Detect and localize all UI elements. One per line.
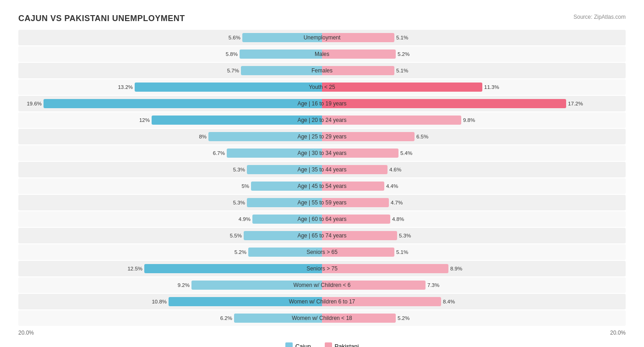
cajun-bar: 9.2%	[191, 281, 322, 290]
bar-row: 5% Age | 45 to 54 years 4.4%	[18, 178, 626, 194]
right-half: 4.8%	[322, 211, 626, 227]
pakistani-value: 4.4%	[386, 183, 398, 189]
bar-row: 5.3% Age | 55 to 59 years 4.7%	[18, 195, 626, 210]
bar-row: 5.2% Seniors > 65 5.1%	[18, 244, 626, 260]
pakistani-bar: 6.5%	[322, 132, 415, 141]
pakistani-value: 4.8%	[392, 216, 404, 222]
left-half: 9.2%	[18, 277, 322, 293]
cajun-label: Cajun	[295, 343, 311, 347]
left-half: 5.7%	[18, 63, 322, 78]
left-half: 13.2%	[18, 79, 322, 95]
bar-row: 8% Age | 25 to 29 years 6.5%	[18, 129, 626, 144]
pakistani-bar: 8.9%	[322, 264, 448, 273]
left-half: 8%	[18, 129, 322, 144]
pakistani-value: 5.4%	[400, 150, 412, 156]
pakistani-value: 5.1%	[396, 68, 408, 73]
cajun-value: 6.7%	[213, 150, 225, 156]
bar-row: 6.2% Women w/ Children < 18 5.2%	[18, 310, 626, 326]
cajun-bar: 5.8%	[240, 50, 322, 59]
cajun-bar: 19.6%	[44, 99, 322, 108]
pakistani-bar: 8.4%	[322, 297, 441, 306]
cajun-value: 5.2%	[235, 249, 246, 255]
cajun-value: 4.9%	[239, 216, 251, 222]
axis-labels: 20.0% 20.0%	[18, 328, 626, 338]
left-half: 6.7%	[18, 145, 322, 161]
cajun-bar: 6.2%	[234, 314, 322, 323]
cajun-value: 5.7%	[227, 68, 239, 73]
bar-row: 10.8% Women w/ Children 6 to 17 8.4%	[18, 294, 626, 309]
pakistani-value: 17.2%	[568, 101, 583, 106]
pakistani-value: 6.5%	[416, 134, 428, 139]
cajun-bar: 6.7%	[227, 149, 322, 158]
pakistani-bar: 17.2%	[322, 99, 566, 108]
axis-left: 20.0%	[18, 330, 34, 336]
left-half: 5.3%	[18, 195, 322, 210]
pakistani-value: 7.3%	[427, 282, 439, 288]
pakistani-bar: 5.1%	[322, 248, 394, 257]
cajun-value: 5%	[241, 183, 249, 189]
pakistani-bar: 7.3%	[322, 281, 426, 290]
legend: Cajun Pakistani	[18, 342, 626, 347]
cajun-value: 8%	[199, 134, 207, 139]
cajun-value: 12%	[139, 117, 150, 123]
pakistani-bar: 5.4%	[322, 149, 398, 158]
cajun-bar: 4.9%	[252, 215, 322, 224]
pakistani-bar: 5.1%	[322, 33, 394, 42]
pakistani-bar: 5.2%	[322, 50, 396, 59]
cajun-bar: 8%	[208, 132, 322, 141]
cajun-bar: 5.7%	[241, 66, 322, 75]
bar-row: 5.6% Unemployment 5.1%	[18, 30, 626, 45]
right-half: 4.7%	[322, 195, 626, 210]
cajun-value: 5.3%	[233, 167, 245, 172]
bar-row: 5.8% Males 5.2%	[18, 46, 626, 62]
chart-source: Source: ZipAtlas.com	[573, 14, 626, 20]
pakistani-value: 8.9%	[450, 266, 462, 271]
cajun-value: 5.6%	[229, 35, 240, 40]
cajun-bar: 5.2%	[248, 248, 322, 257]
pakistani-value: 9.8%	[463, 117, 475, 123]
pakistani-value: 5.2%	[398, 51, 409, 57]
left-half: 4.9%	[18, 211, 322, 227]
cajun-value: 5.3%	[233, 200, 245, 205]
right-half: 7.3%	[322, 277, 626, 293]
chart-area: 5.6% Unemployment 5.1% 5.8% Males 5.2% 5…	[18, 30, 626, 326]
pakistani-value: 4.6%	[389, 167, 401, 172]
left-half: 5.5%	[18, 228, 322, 243]
chart-header: CAJUN VS PAKISTANI UNEMPLOYMENT Source: …	[18, 14, 626, 23]
bar-row: 12.5% Seniors > 75 8.9%	[18, 261, 626, 276]
right-half: 6.5%	[322, 129, 626, 144]
pakistani-bar: 4.6%	[322, 165, 387, 174]
cajun-bar: 5%	[251, 182, 322, 191]
right-half: 5.3%	[322, 228, 626, 243]
cajun-bar: 5.5%	[244, 231, 322, 240]
pakistani-bar: 4.8%	[322, 215, 390, 224]
right-half: 4.6%	[322, 162, 626, 177]
pakistani-bar: 5.3%	[322, 231, 397, 240]
right-half: 11.3%	[322, 79, 626, 95]
pakistani-value: 8.4%	[443, 299, 455, 304]
cajun-value: 5.8%	[226, 51, 238, 57]
cajun-value: 10.8%	[152, 299, 167, 304]
pakistani-bar: 4.4%	[322, 182, 384, 191]
bar-row: 13.2% Youth < 25 11.3%	[18, 79, 626, 95]
cajun-value: 12.5%	[127, 266, 142, 271]
cajun-bar: 12.5%	[144, 264, 322, 273]
pakistani-bar: 9.8%	[322, 116, 461, 125]
bar-row: 4.9% Age | 60 to 64 years 4.8%	[18, 211, 626, 227]
right-half: 4.4%	[322, 178, 626, 194]
right-half: 8.4%	[322, 294, 626, 309]
cajun-bar: 5.6%	[242, 33, 322, 42]
cajun-value: 13.2%	[118, 84, 133, 90]
bar-row: 5.5% Age | 65 to 74 years 5.3%	[18, 228, 626, 243]
right-half: 5.2%	[322, 310, 626, 326]
cajun-bar: 12%	[152, 116, 322, 125]
pakistani-bar: 5.1%	[322, 66, 394, 75]
left-half: 5.6%	[18, 30, 322, 45]
pakistani-value: 5.1%	[396, 35, 408, 40]
right-half: 8.9%	[322, 261, 626, 276]
right-half: 5.4%	[322, 145, 626, 161]
pakistani-value: 11.3%	[484, 84, 499, 90]
pakistani-bar: 5.2%	[322, 314, 396, 323]
right-half: 5.1%	[322, 244, 626, 260]
legend-cajun: Cajun	[285, 342, 311, 347]
